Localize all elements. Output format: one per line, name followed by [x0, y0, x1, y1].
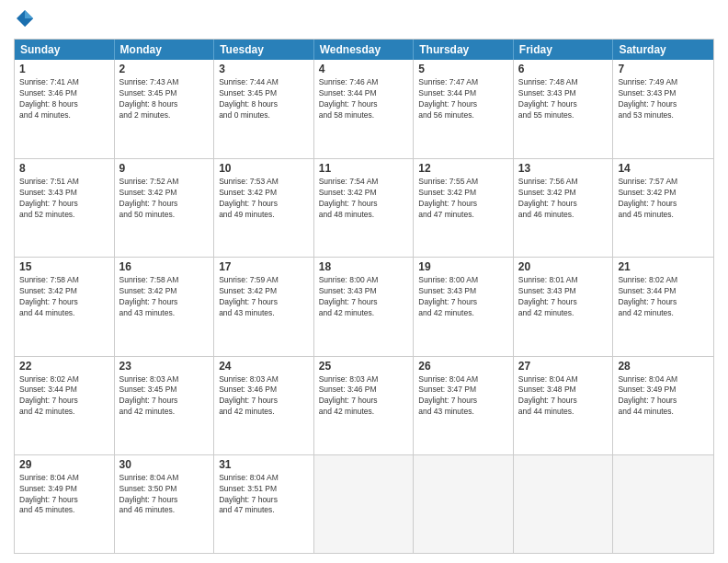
cell-line: Sunrise: 7:43 AM	[119, 77, 210, 88]
cell-line: and 44 minutes.	[618, 407, 709, 418]
cell-line: Daylight: 7 hours	[518, 199, 609, 210]
logo-icon	[16, 9, 34, 28]
cell-line: Daylight: 7 hours	[119, 495, 210, 506]
cell-line: Sunset: 3:43 PM	[19, 188, 109, 199]
weekday-header: Saturday	[613, 40, 713, 60]
day-number: 29	[19, 458, 109, 471]
cell-line: Daylight: 7 hours	[19, 297, 109, 308]
cell-line: and 4 minutes.	[19, 110, 109, 121]
calendar-cell: 8Sunrise: 7:51 AMSunset: 3:43 PMDaylight…	[15, 159, 115, 257]
cell-line: Daylight: 7 hours	[618, 199, 709, 210]
day-number: 22	[19, 360, 109, 373]
cell-line: and 58 minutes.	[319, 110, 409, 121]
cell-line: Sunset: 3:46 PM	[19, 88, 109, 99]
cell-line: Daylight: 7 hours	[518, 396, 609, 407]
cell-line: Daylight: 8 hours	[119, 99, 210, 110]
cell-line: Sunrise: 7:58 AM	[19, 275, 109, 286]
weekday-header: Friday	[514, 40, 614, 60]
day-number: 4	[319, 63, 409, 75]
calendar-cell	[514, 455, 614, 553]
calendar-body: 1Sunrise: 7:41 AMSunset: 3:46 PMDaylight…	[15, 60, 713, 553]
cell-line: and 42 minutes.	[119, 407, 210, 418]
cell-line: Daylight: 7 hours	[219, 495, 309, 506]
calendar-cell: 13Sunrise: 7:56 AMSunset: 3:42 PMDayligh…	[514, 159, 614, 257]
weekday-header: Sunday	[15, 40, 115, 60]
day-number: 18	[319, 260, 409, 273]
calendar-cell	[613, 455, 713, 553]
page: SundayMondayTuesdayWednesdayThursdayFrid…	[0, 0, 728, 563]
cell-line: Sunrise: 8:04 AM	[119, 473, 210, 484]
calendar-cell: 6Sunrise: 7:48 AMSunset: 3:43 PMDaylight…	[514, 60, 614, 158]
cell-line: Sunrise: 8:00 AM	[418, 275, 508, 286]
cell-line: Sunset: 3:43 PM	[618, 88, 709, 99]
cell-line: Sunrise: 7:48 AM	[518, 77, 609, 88]
cell-line: Daylight: 7 hours	[219, 297, 309, 308]
cell-line: and 2 minutes.	[119, 110, 210, 121]
cell-line: Sunset: 3:42 PM	[319, 188, 409, 199]
cell-line: Sunrise: 8:04 AM	[518, 374, 609, 385]
cell-line: Daylight: 8 hours	[219, 99, 309, 110]
calendar: SundayMondayTuesdayWednesdayThursdayFrid…	[14, 39, 714, 554]
day-number: 19	[418, 260, 508, 273]
cell-line: Daylight: 7 hours	[319, 297, 409, 308]
cell-line: Sunrise: 7:56 AM	[518, 177, 609, 188]
cell-line: and 56 minutes.	[418, 110, 508, 121]
cell-line: Sunset: 3:42 PM	[219, 286, 309, 297]
cell-line: Sunset: 3:42 PM	[618, 188, 709, 199]
cell-line: and 47 minutes.	[219, 505, 309, 516]
cell-line: Sunset: 3:46 PM	[319, 385, 409, 396]
cell-line: Sunset: 3:42 PM	[119, 286, 210, 297]
cell-line: and 44 minutes.	[518, 407, 609, 418]
cell-line: Daylight: 7 hours	[618, 99, 709, 110]
cell-line: Daylight: 7 hours	[219, 396, 309, 407]
day-number: 5	[418, 63, 508, 75]
cell-line: Sunrise: 8:02 AM	[19, 374, 109, 385]
calendar-week: 1Sunrise: 7:41 AMSunset: 3:46 PMDaylight…	[15, 60, 713, 158]
day-number: 12	[418, 162, 508, 175]
cell-line: and 42 minutes.	[219, 407, 309, 418]
cell-line: Sunrise: 7:49 AM	[618, 77, 709, 88]
cell-line: Sunset: 3:43 PM	[418, 286, 508, 297]
cell-line: Sunset: 3:49 PM	[19, 484, 109, 495]
calendar-week: 29Sunrise: 8:04 AMSunset: 3:49 PMDayligh…	[15, 454, 713, 553]
day-number: 23	[119, 360, 210, 373]
cell-line: and 0 minutes.	[219, 110, 309, 121]
cell-line: Sunrise: 7:55 AM	[418, 177, 508, 188]
cell-line: Daylight: 7 hours	[319, 396, 409, 407]
calendar-week: 22Sunrise: 8:02 AMSunset: 3:44 PMDayligh…	[15, 356, 713, 454]
cell-line: Sunrise: 8:04 AM	[618, 374, 709, 385]
calendar-cell: 30Sunrise: 8:04 AMSunset: 3:50 PMDayligh…	[115, 455, 215, 553]
calendar-cell: 28Sunrise: 8:04 AMSunset: 3:49 PMDayligh…	[613, 357, 713, 454]
cell-line: and 55 minutes.	[518, 110, 609, 121]
day-number: 31	[219, 458, 309, 471]
calendar-cell: 31Sunrise: 8:04 AMSunset: 3:51 PMDayligh…	[214, 455, 314, 553]
weekday-header: Wednesday	[314, 40, 415, 60]
cell-line: Sunrise: 7:51 AM	[19, 177, 109, 188]
cell-line: and 42 minutes.	[618, 308, 709, 319]
day-number: 17	[219, 260, 309, 273]
cell-line: Sunset: 3:45 PM	[119, 385, 210, 396]
cell-line: Daylight: 7 hours	[418, 297, 508, 308]
calendar-cell: 20Sunrise: 8:01 AMSunset: 3:43 PMDayligh…	[514, 258, 614, 355]
calendar-cell: 24Sunrise: 8:03 AMSunset: 3:46 PMDayligh…	[214, 357, 314, 454]
day-number: 20	[518, 260, 609, 273]
cell-line: and 47 minutes.	[418, 210, 508, 221]
cell-line: Sunset: 3:44 PM	[19, 385, 109, 396]
weekday-header: Thursday	[414, 40, 514, 60]
cell-line: Sunrise: 7:47 AM	[418, 77, 508, 88]
day-number: 24	[219, 360, 309, 373]
cell-line: and 42 minutes.	[319, 308, 409, 319]
day-number: 26	[418, 360, 508, 373]
cell-line: and 45 minutes.	[19, 505, 109, 516]
svg-marker-1	[25, 10, 33, 18]
cell-line: and 52 minutes.	[19, 210, 109, 221]
day-number: 30	[119, 458, 210, 471]
calendar-cell: 3Sunrise: 7:44 AMSunset: 3:45 PMDaylight…	[214, 60, 314, 158]
day-number: 3	[219, 63, 309, 75]
day-number: 13	[518, 162, 609, 175]
cell-line: Sunset: 3:50 PM	[119, 484, 210, 495]
calendar-cell: 1Sunrise: 7:41 AMSunset: 3:46 PMDaylight…	[15, 60, 115, 158]
calendar-header: SundayMondayTuesdayWednesdayThursdayFrid…	[15, 40, 713, 60]
cell-line: and 46 minutes.	[518, 210, 609, 221]
calendar-week: 8Sunrise: 7:51 AMSunset: 3:43 PMDaylight…	[15, 158, 713, 257]
